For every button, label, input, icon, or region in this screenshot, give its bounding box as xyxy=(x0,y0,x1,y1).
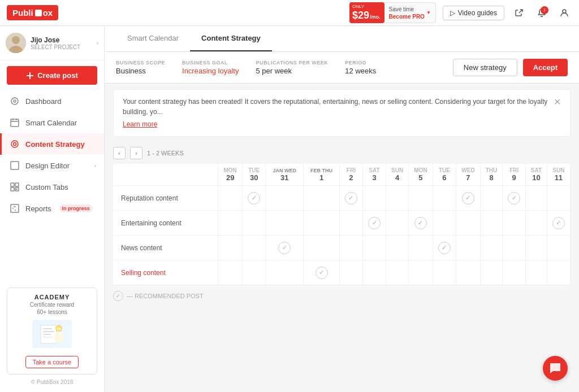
field-business-goal: BUSINESS GOAL Increasing loyalty xyxy=(182,60,239,75)
row-label-reputation: Reputation content xyxy=(113,186,218,211)
svg-point-2 xyxy=(12,36,20,44)
svg-point-0 xyxy=(563,10,566,13)
col-thu1: FEB THU1 xyxy=(304,164,340,186)
table-row: Reputation content ✓ ✓ ✓ ✓ xyxy=(113,186,571,211)
strategy-actions: New strategy Accept xyxy=(453,59,568,76)
academy-title: ACADEMY xyxy=(13,294,91,300)
notifications-button[interactable]: 1 xyxy=(534,5,550,21)
row-label-selling: Selling content xyxy=(113,260,218,285)
sidebar-item-dashboard[interactable]: Dashboard xyxy=(0,90,104,112)
create-post-button[interactable]: Create post xyxy=(7,66,97,85)
user-section[interactable]: Jijo Jose SELECT PROJECT › xyxy=(0,26,104,60)
new-strategy-button[interactable]: New strategy xyxy=(453,59,517,76)
logo[interactable]: Publiox xyxy=(7,5,58,20)
sidebar-item-content-strategy[interactable]: Content Strategy xyxy=(0,133,104,155)
col-sun11: SUN11 xyxy=(547,164,570,186)
check-icon[interactable]: ✓ xyxy=(368,217,381,229)
check-icon[interactable]: ✓ xyxy=(248,192,260,204)
design-icon xyxy=(10,160,20,171)
academy-image xyxy=(32,320,72,348)
col-wed31: JAN WED31 xyxy=(266,164,304,186)
calendar-nav: ‹ › 1 - 2 WEEKS xyxy=(113,142,571,164)
sidebar-item-smart-calendar[interactable]: Smart Calendar xyxy=(0,112,104,133)
strategy-icon xyxy=(10,139,20,149)
learn-more-link[interactable]: Learn more xyxy=(123,119,549,129)
svg-rect-18 xyxy=(43,334,51,335)
pro-arrow-icon: ▼ xyxy=(426,10,431,15)
tab-content-strategy[interactable]: Content Strategy xyxy=(190,26,272,51)
field-period: PERIOD 12 weeks xyxy=(345,60,376,75)
table-row: Entertaining content ✓ ✓ xyxy=(113,211,571,236)
play-icon: ▷ xyxy=(450,9,455,17)
svg-rect-16 xyxy=(43,328,52,329)
col-sat10: SAT10 xyxy=(526,164,547,186)
col-thu8: THU8 xyxy=(480,164,502,186)
take-course-button[interactable]: Take a course xyxy=(25,356,79,368)
reports-icon xyxy=(10,203,20,214)
calendar-next-button[interactable]: › xyxy=(130,147,142,159)
check-icon[interactable]: ✓ xyxy=(414,217,427,229)
sidebar-item-reports[interactable]: Reports In progress xyxy=(0,198,104,219)
calendar-table: MON29 TUE30 JAN WED31 FEB THU1 FRI2 SAT3… xyxy=(113,164,571,285)
col-empty xyxy=(113,164,218,186)
weeks-label: 1 - 2 WEEKS xyxy=(147,150,184,156)
video-guide-button[interactable]: ▷ Video guides xyxy=(443,6,504,20)
sidebar: Jijo Jose SELECT PROJECT › Create post D… xyxy=(0,26,105,392)
user-dropdown-icon: › xyxy=(97,40,98,46)
academy-lessons: 60+ lessons xyxy=(13,309,91,315)
check-icon[interactable]: ✓ xyxy=(438,242,451,254)
accept-button[interactable]: Accept xyxy=(523,59,568,76)
row-label-entertaining: Entertaining content xyxy=(113,211,218,236)
svg-point-5 xyxy=(14,100,16,102)
sidebar-bottom: ACADEMY Certificate reward 60+ lessons xyxy=(0,281,104,392)
field-business-scope: BUSINESS SCOPE Business xyxy=(116,60,165,75)
check-icon[interactable]: ✓ xyxy=(278,242,291,254)
col-sat3: SAT3 xyxy=(362,164,386,186)
custom-tabs-icon xyxy=(10,182,20,192)
svg-point-8 xyxy=(14,143,16,146)
notice-text: Your content strategy has been created! … xyxy=(123,98,547,116)
design-editor-expand-icon: › xyxy=(94,163,96,169)
col-sun4: SUN4 xyxy=(386,164,409,186)
col-fri2: FRI2 xyxy=(339,164,362,186)
svg-rect-17 xyxy=(43,331,54,332)
check-icon[interactable]: ✓ xyxy=(508,192,520,204)
calendar-prev-button[interactable]: ‹ xyxy=(113,147,126,159)
calendar-icon xyxy=(10,117,20,128)
chat-bubble-button[interactable] xyxy=(543,356,568,381)
content-area: Smart Calendar Content Strategy BUSINESS… xyxy=(105,26,579,392)
svg-rect-9 xyxy=(11,162,19,169)
svg-rect-11 xyxy=(15,183,19,186)
academy-subtitle: Certificate reward xyxy=(13,302,91,308)
col-fri9: FRI9 xyxy=(503,164,526,186)
sidebar-nav: Dashboard Smart Calendar Content Strateg… xyxy=(0,90,104,219)
check-icon[interactable]: ✓ xyxy=(462,192,474,204)
tab-smart-calendar[interactable]: Smart Calendar xyxy=(116,26,190,51)
external-link-button[interactable] xyxy=(511,5,527,21)
notice-close-button[interactable]: ✕ xyxy=(554,97,561,107)
pro-upgrade[interactable]: ONLY $29 /mo. Save time Become PRO ▼ xyxy=(349,2,436,23)
check-icon[interactable]: ✓ xyxy=(316,267,328,279)
check-icon[interactable]: ✓ xyxy=(345,192,357,204)
svg-point-4 xyxy=(11,98,18,104)
notification-badge: 1 xyxy=(541,6,548,14)
svg-rect-12 xyxy=(11,188,14,191)
user-menu-button[interactable] xyxy=(556,5,572,21)
user-name: Jijo Jose xyxy=(31,36,92,44)
copyright: © PubliBox 2018 xyxy=(7,379,97,385)
svg-rect-10 xyxy=(11,183,14,186)
svg-point-7 xyxy=(11,141,18,147)
svg-rect-14 xyxy=(11,204,19,212)
academy-card: ACADEMY Certificate reward 60+ lessons xyxy=(7,288,97,374)
topbar: Publiox ONLY $29 /mo. Save time Become P… xyxy=(0,0,579,26)
check-icon[interactable]: ✓ xyxy=(552,217,565,229)
strategy-header: BUSINESS SCOPE Business BUSINESS GOAL In… xyxy=(105,52,579,84)
recommended-check-icon: ✓ xyxy=(113,291,123,301)
recommended-label: — RECOMMENDED POST xyxy=(127,293,204,299)
sidebar-item-custom-tabs[interactable]: Custom Tabs xyxy=(0,176,104,198)
sidebar-item-design-editor[interactable]: Design Editor › xyxy=(0,155,104,176)
svg-rect-6 xyxy=(11,119,19,127)
field-publications-per-week: PUBLICATIONS PER WEEK 5 per week xyxy=(256,60,328,75)
tabs-bar: Smart Calendar Content Strategy xyxy=(105,26,579,52)
row-label-news: News content xyxy=(113,236,218,260)
